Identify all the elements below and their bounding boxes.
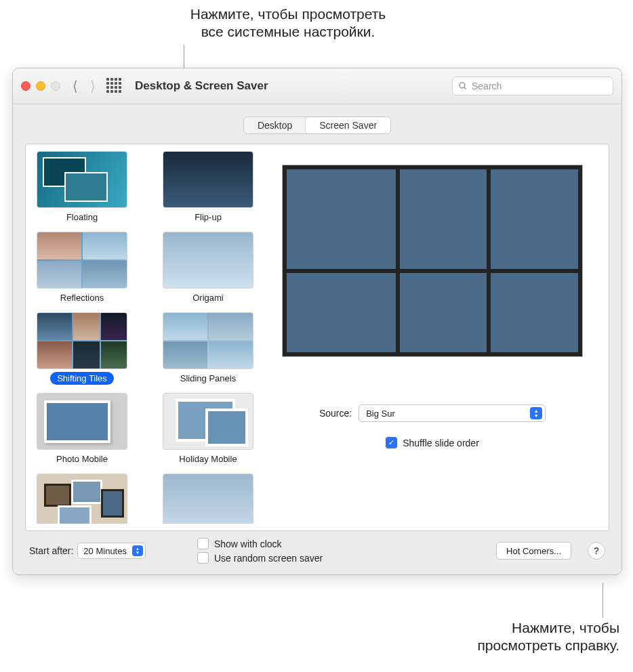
screensaver-label: Flip-up: [188, 211, 228, 224]
forward-button[interactable]: ⟩: [90, 78, 96, 94]
window-controls: [21, 81, 60, 91]
nav-arrows: ⟨ ⟩: [73, 78, 96, 94]
svg-point-0: [460, 83, 465, 88]
screensaver-thumbnail: [37, 393, 127, 450]
source-value: Big Sur: [366, 408, 395, 419]
search-placeholder: Search: [472, 81, 502, 91]
screensaver-label: Photo Mobile: [49, 453, 115, 465]
screensaver-preview[interactable]: [282, 165, 583, 357]
screensaver-thumbnail: [163, 232, 253, 289]
svg-line-1: [464, 87, 466, 89]
screensaver-item-sliding-panels[interactable]: Sliding Panels: [159, 312, 258, 385]
start-after-value: 20 Minutes: [83, 546, 127, 556]
callout-bottom: Нажмите, чтобы просмотреть справку.: [477, 619, 619, 655]
screensaver-label: Holiday Mobile: [172, 453, 243, 465]
preview-column: Source: Big Sur ▲▼ ✓ Shuffle slide order: [267, 151, 598, 524]
start-after-label: Start after:: [29, 545, 73, 556]
close-window-button[interactable]: [21, 81, 30, 91]
tab-segmented-control: Desktop Screen Saver: [243, 117, 391, 134]
screensaver-list[interactable]: FloatingFlip-upReflectionsOrigamiShiftin…: [33, 151, 258, 524]
show-clock-checkbox[interactable]: [197, 538, 209, 549]
show-clock-label: Show with clock: [214, 539, 282, 549]
hot-corners-button[interactable]: Hot Corners...: [496, 542, 571, 560]
titlebar: ⟨ ⟩ Desktop & Screen Saver Search: [13, 68, 621, 104]
updown-icon: ▲▼: [530, 407, 542, 419]
screensaver-item-vintage-prints[interactable]: Vintage Prints: [159, 474, 258, 524]
minimize-window-button[interactable]: [36, 81, 45, 91]
shuffle-row: ✓ Shuffle slide order: [386, 437, 479, 448]
screensaver-item-flip-up[interactable]: Flip-up: [159, 151, 258, 224]
screensaver-item-reflections[interactable]: Reflections: [33, 232, 131, 304]
screensaver-item-origami[interactable]: Origami: [159, 232, 258, 304]
main-panel: FloatingFlip-upReflectionsOrigamiShiftin…: [25, 144, 609, 531]
start-after-group: Start after: 20 Minutes ▲▼: [29, 543, 146, 559]
screensaver-thumbnail: [163, 474, 253, 524]
updown-icon: ▲▼: [132, 545, 143, 556]
source-row: Source: Big Sur ▲▼: [319, 404, 546, 422]
callout-top: Нажмите, чтобы просмотреть все системные…: [169, 5, 407, 41]
screensaver-thumbnail: [37, 151, 127, 208]
screensaver-item-holiday-mobile[interactable]: Holiday Mobile: [159, 393, 258, 465]
bottom-row: Start after: 20 Minutes ▲▼ Show with clo…: [25, 531, 609, 565]
content: Desktop Screen Saver FloatingFlip-upRefl…: [13, 104, 621, 574]
screensaver-item-photo-mobile[interactable]: Photo Mobile: [33, 393, 131, 465]
preferences-window: ⟨ ⟩ Desktop & Screen Saver Search Deskto…: [12, 68, 622, 575]
screensaver-thumbnail: [163, 312, 253, 369]
tabs: Desktop Screen Saver: [25, 117, 609, 134]
random-saver-label: Use random screen saver: [214, 553, 323, 564]
zoom-window-button[interactable]: [51, 81, 60, 91]
screensaver-item-floating[interactable]: Floating: [33, 151, 131, 224]
search-field[interactable]: Search: [452, 77, 613, 96]
screensaver-thumbnail: [37, 312, 127, 369]
search-icon: [458, 81, 468, 91]
source-select[interactable]: Big Sur ▲▼: [359, 404, 546, 422]
tab-screen-saver[interactable]: Screen Saver: [305, 117, 391, 134]
tab-desktop[interactable]: Desktop: [244, 117, 306, 133]
screensaver-label: Reflections: [54, 291, 110, 304]
screensaver-item-shifting-tiles[interactable]: Shifting Tiles: [33, 312, 131, 385]
screensaver-thumbnail: [163, 393, 253, 450]
window-title: Desktop & Screen Saver: [135, 79, 268, 93]
shuffle-label: Shuffle slide order: [403, 438, 479, 448]
start-after-select[interactable]: 20 Minutes ▲▼: [77, 543, 146, 559]
callout-top-line: [184, 45, 184, 70]
screensaver-label: Shifting Tiles: [50, 372, 114, 385]
screensaver-label: Floating: [60, 211, 104, 224]
back-button[interactable]: ⟨: [73, 78, 78, 94]
mid-checks: Show with clock Use random screen saver: [197, 538, 323, 564]
screensaver-label: Sliding Panels: [173, 372, 243, 385]
help-button[interactable]: ?: [588, 542, 605, 560]
screensaver-item-photo-wall[interactable]: Photo Wall: [33, 474, 131, 524]
show-all-prefs-button[interactable]: [106, 78, 123, 94]
screensaver-label: Origami: [186, 291, 230, 304]
screensaver-thumbnail: [37, 474, 127, 524]
callout-bottom-line: [603, 583, 603, 618]
shuffle-checkbox[interactable]: ✓: [386, 437, 397, 448]
screensaver-thumbnail: [37, 232, 127, 289]
source-label: Source:: [319, 408, 352, 419]
random-saver-checkbox[interactable]: [197, 552, 209, 564]
screensaver-thumbnail: [163, 151, 253, 208]
